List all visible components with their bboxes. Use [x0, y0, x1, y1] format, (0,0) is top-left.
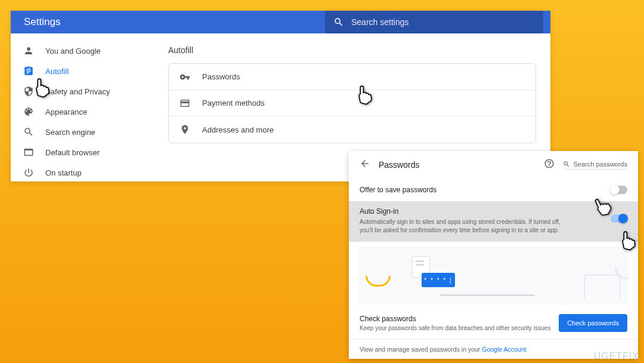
google-account-link[interactable]: Google Account [482, 346, 526, 353]
sidebar-item-safety-privacy[interactable]: Safety and Privacy [11, 81, 154, 101]
offer-save-label: Offer to save passwords [360, 186, 436, 194]
watermark: UGETFIX [594, 351, 639, 362]
autofill-payment-row[interactable]: Payment methods [169, 90, 535, 116]
settings-header: Settings [11, 11, 550, 33]
sidebar-item-label: Autofill [45, 67, 69, 76]
autofill-addresses-row[interactable]: Addresses and more [169, 116, 535, 143]
back-button[interactable] [360, 158, 370, 171]
key-icon [179, 72, 194, 82]
search-settings-field[interactable] [325, 11, 543, 33]
sidebar-item-label: Safety and Privacy [45, 87, 110, 96]
passwords-title: Passwords [379, 160, 535, 170]
sidebar-item-appearance[interactable]: Appearance [11, 101, 154, 122]
power-icon [23, 167, 35, 179]
sidebar-item-label: Search engine [45, 128, 95, 137]
sidebar-item-label: You and Google [45, 47, 101, 56]
search-icon [333, 17, 344, 27]
autofill-section-title: Autofill [168, 45, 536, 55]
auto-signin-title: Auto Sign-in [360, 207, 611, 216]
offer-save-toggle[interactable] [611, 186, 627, 194]
shield-icon [23, 85, 35, 97]
help-button[interactable] [544, 158, 555, 171]
passwords-illustration: * * * * | [358, 247, 628, 304]
search-passwords-placeholder: Search passwords [574, 161, 628, 168]
auto-signin-row: Auto Sign-in Automatically sign in to si… [349, 201, 638, 242]
autofill-row-label: Passwords [202, 72, 240, 81]
check-passwords-button[interactable]: Check passwords [559, 314, 627, 332]
passwords-window: Passwords Search passwords Offer to save… [349, 151, 638, 359]
offer-save-passwords-row: Offer to save passwords [349, 179, 638, 201]
auto-signin-toggle[interactable] [611, 214, 627, 223]
clipboard-icon [23, 65, 35, 77]
sidebar-item-search-engine[interactable]: Search engine [11, 122, 154, 142]
card-icon [179, 98, 194, 109]
check-passwords-description: Keep your passwords safe from data breac… [360, 325, 550, 331]
autofill-passwords-row[interactable]: Passwords [169, 64, 535, 90]
sidebar-item-label: Default browser [45, 148, 100, 157]
sidebar-item-autofill[interactable]: Autofill [11, 61, 154, 81]
sidebar-item-label: On startup [45, 168, 82, 177]
search-passwords-field[interactable]: Search passwords [563, 161, 628, 170]
settings-title: Settings [24, 16, 325, 28]
sidebar-item-default-browser[interactable]: Default browser [11, 142, 154, 162]
autofill-row-label: Payment methods [202, 99, 265, 107]
sidebar: You and Google Autofill Safety and Priva… [11, 33, 154, 190]
autofill-row-label: Addresses and more [202, 125, 274, 134]
illustration-password-badge: * * * * | [422, 273, 455, 287]
sidebar-item-you-and-google[interactable]: You and Google [11, 41, 154, 61]
search-settings-input[interactable] [351, 17, 535, 27]
check-passwords-title: Check passwords [360, 315, 550, 323]
passwords-header: Passwords Search passwords [349, 151, 638, 179]
sidebar-item-on-startup[interactable]: On startup [11, 162, 154, 183]
palette-icon [23, 106, 35, 118]
browser-icon [23, 146, 35, 158]
auto-signin-description: Automatically sign in to sites and apps … [360, 218, 611, 235]
footer-text: View and manage saved passwords in your [360, 346, 482, 353]
sidebar-item-label: Appearance [45, 107, 87, 116]
search-icon [23, 126, 35, 138]
check-passwords-row: Check passwords Keep your passwords safe… [349, 309, 638, 337]
person-icon [23, 45, 35, 57]
location-icon [179, 124, 194, 135]
autofill-card: Passwords Payment methods Addresses and … [168, 63, 536, 143]
search-icon [563, 161, 570, 168]
